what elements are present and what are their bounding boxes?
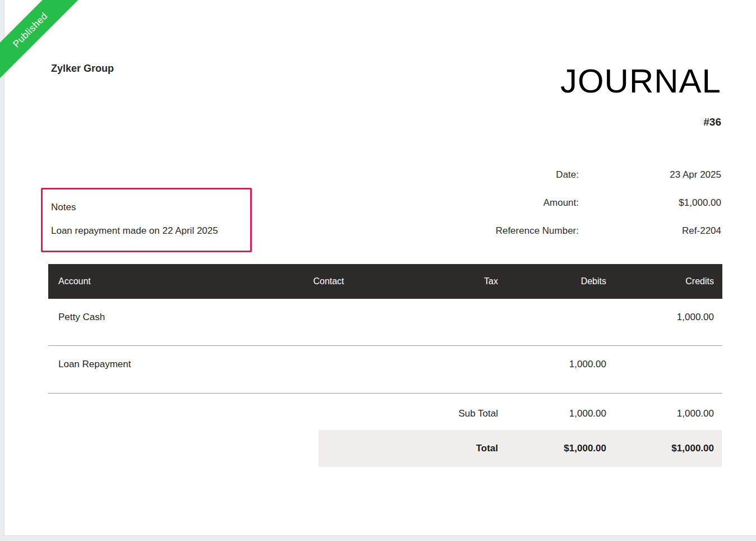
column-header-debits: Debits — [498, 276, 606, 286]
date-value: 23 Apr 2025 — [579, 169, 721, 180]
cell-credits: 1,000.00 — [606, 312, 722, 323]
subtotal-row: Sub Total 1,000.00 1,000.00 — [319, 408, 722, 419]
cell-debits: 1,000.00 — [498, 359, 606, 370]
totals-section: Sub Total 1,000.00 1,000.00 Total $1,000… — [319, 408, 722, 467]
document-number: #36 — [703, 116, 721, 128]
total-row: Total $1,000.00 $1,000.00 — [319, 430, 722, 467]
total-debits: $1,000.00 — [498, 443, 606, 454]
amount-label: Amount: — [407, 197, 579, 208]
journal-entries-table: Account Contact Tax Debits Credits Petty… — [48, 264, 722, 467]
meta-row-date: Date: 23 Apr 2025 — [407, 169, 721, 180]
notes-text: Loan repayment made on 22 April 2025 — [51, 225, 242, 237]
column-header-tax: Tax — [396, 276, 498, 286]
column-header-contact: Contact — [261, 276, 396, 286]
subtotal-label: Sub Total — [319, 408, 498, 419]
reference-number-value: Ref-2204 — [579, 225, 721, 236]
meta-row-reference-number: Reference Number: Ref-2204 — [407, 225, 721, 236]
subtotal-credits: 1,000.00 — [606, 408, 722, 419]
document-meta: Date: 23 Apr 2025 Amount: $1,000.00 Refe… — [407, 169, 721, 253]
journal-document-page: Zylker Group JOURNAL #36 Date: 23 Apr 20… — [4, 0, 756, 536]
reference-number-label: Reference Number: — [407, 225, 579, 236]
notes-highlight-box: Notes Loan repayment made on 22 April 20… — [41, 188, 252, 252]
company-name: Zylker Group — [51, 63, 114, 75]
column-header-account: Account — [48, 276, 261, 286]
cell-account: Petty Cash — [48, 312, 261, 323]
total-label: Total — [319, 443, 498, 454]
amount-value: $1,000.00 — [579, 197, 721, 208]
notes-heading: Notes — [51, 202, 242, 213]
subtotal-debits: 1,000.00 — [498, 408, 606, 419]
meta-row-amount: Amount: $1,000.00 — [407, 197, 721, 208]
table-row: Loan Repayment 1,000.00 — [48, 346, 722, 394]
total-credits: $1,000.00 — [606, 443, 722, 454]
table-row: Petty Cash 1,000.00 — [48, 299, 722, 346]
document-title: JOURNAL — [560, 63, 721, 99]
column-header-credits: Credits — [606, 276, 722, 286]
table-header-row: Account Contact Tax Debits Credits — [48, 264, 722, 299]
date-label: Date: — [407, 169, 579, 180]
cell-account: Loan Repayment — [48, 359, 261, 370]
